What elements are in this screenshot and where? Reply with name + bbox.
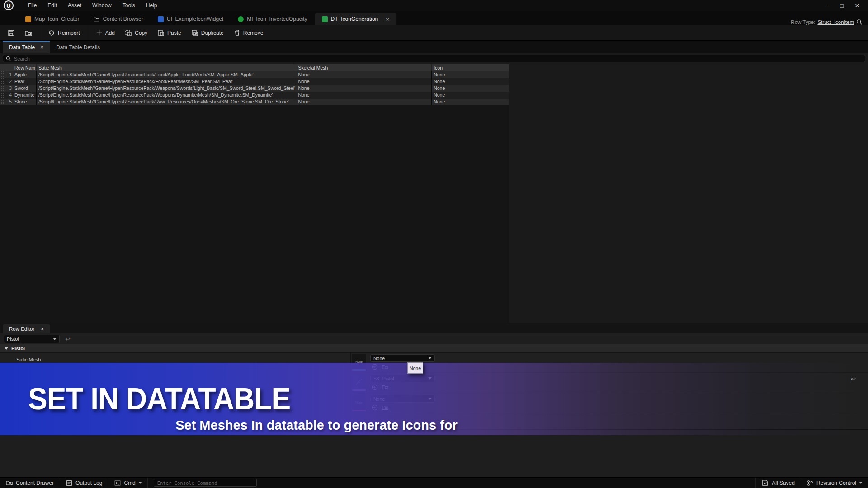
chevron-down-icon (139, 482, 142, 484)
console-command-input[interactable] (154, 479, 257, 487)
menu-help[interactable]: Help (142, 1, 162, 9)
trash-icon (234, 29, 241, 36)
datatable-toolbar: Reimport Add Copy Paste Duplicate Remove (0, 25, 868, 41)
data-table-icon (322, 16, 328, 22)
col-static-mesh[interactable]: Satic Mesh (36, 64, 296, 71)
menu-file[interactable]: File (24, 1, 41, 9)
skeletal-mesh-dropdown[interactable]: SK_Pistol (370, 375, 435, 382)
console-icon (114, 480, 121, 486)
reset-to-default-icon[interactable]: ↩ (851, 375, 856, 382)
save-icon (8, 29, 15, 37)
drag-handle[interactable] (0, 99, 5, 105)
search-icon (6, 56, 11, 61)
tooltip: None (407, 362, 423, 374)
save-button[interactable] (4, 27, 19, 39)
reimport-button[interactable]: Reimport (44, 27, 84, 39)
table-row-sword[interactable]: 3 Sword /Script/Engine.StaticMesh'/Game/… (0, 85, 509, 92)
branch-icon (807, 480, 813, 486)
duplicate-button[interactable]: Duplicate (187, 27, 228, 39)
add-button[interactable]: Add (92, 27, 119, 38)
chevron-down-icon (53, 338, 57, 340)
row-type-link[interactable]: Struct_IconItem (817, 19, 854, 25)
table-row-stone[interactable]: 5 Stone /Script/Engine.StaticMesh'/Game/… (0, 99, 509, 105)
browse-to-asset-button[interactable] (21, 27, 36, 39)
title-bar: U File Edit Asset Window Tools Help – □ … (0, 0, 868, 11)
browse-to-asset-icon[interactable] (382, 364, 388, 370)
asset-tab-strip: Map_Icon_Creator Content Browser UI_Exam… (0, 11, 868, 25)
table-row-dynamite[interactable]: 4 Dynamite /Script/Engine.StaticMesh'/Ga… (0, 92, 509, 99)
tab-mi-icon-inverted-opacity[interactable]: MI_Icon_InvertedOpacity (231, 13, 314, 25)
plus-icon (96, 29, 103, 36)
table-row-apple[interactable]: 1 Apple /Script/Engine.StaticMesh'/Game/… (0, 71, 509, 78)
search-icon[interactable] (856, 19, 863, 25)
use-selected-asset-icon[interactable] (372, 404, 378, 411)
drag-handle[interactable] (0, 85, 5, 92)
chevron-down-icon (859, 482, 862, 484)
row-editor-tab-strip: Row Editor × (0, 323, 868, 333)
property-label: Satic Mesh (16, 357, 41, 362)
tab-data-table[interactable]: Data Table × (3, 41, 50, 53)
table-row-pear[interactable]: 2 Pear /Script/Engine.StaticMesh'/Game/H… (0, 78, 509, 85)
menu-window[interactable]: Window (88, 1, 116, 9)
all-saved-button[interactable]: All Saved (755, 478, 801, 488)
icon-dropdown[interactable]: None (370, 395, 435, 403)
folder-icon (94, 16, 99, 22)
col-row-name[interactable]: Row Nam (14, 64, 36, 71)
pistol-section-header[interactable]: Pistol (0, 344, 868, 353)
property-row-static-mesh: Satic Mesh None None None (0, 353, 868, 373)
tab-data-table-details[interactable]: Data Table Details (50, 42, 106, 53)
revision-control-button[interactable]: Revision Control (801, 478, 868, 488)
table-header-row: Row Nam Satic Mesh Skeletal Mesh Icon (0, 64, 509, 71)
tab-close-icon[interactable]: × (386, 16, 389, 23)
search-bar[interactable] (3, 55, 865, 62)
tab-ui-example-icon-widget[interactable]: UI_ExampleIconWidget (151, 13, 231, 25)
drag-handle[interactable] (0, 92, 5, 99)
browse-to-asset-icon[interactable] (382, 404, 388, 411)
console-command-area (148, 478, 263, 488)
asset-type-underline (352, 369, 366, 371)
expander-arrow-icon (5, 347, 8, 350)
widget-blueprint-icon (158, 16, 164, 22)
use-selected-asset-icon[interactable] (372, 384, 378, 390)
window-close-button[interactable]: ✕ (851, 2, 863, 9)
copy-button[interactable]: Copy (121, 27, 151, 39)
menu-tools[interactable]: Tools (118, 1, 140, 9)
asset-thumbnail[interactable]: None (352, 354, 366, 369)
window-maximize-button[interactable]: □ (835, 2, 848, 9)
menu-asset[interactable]: Asset (63, 1, 86, 9)
asset-thumbnail[interactable]: None (352, 395, 366, 410)
static-mesh-dropdown[interactable]: None (370, 354, 435, 362)
remove-button[interactable]: Remove (230, 27, 268, 38)
output-log-button[interactable]: Output Log (60, 478, 108, 488)
tab-close-icon[interactable]: × (40, 44, 43, 51)
reimport-icon (48, 29, 55, 37)
rename-undo-icon[interactable]: ↩ (65, 335, 71, 343)
copy-icon (125, 29, 132, 37)
drag-handle[interactable] (0, 78, 5, 85)
cmd-selector[interactable]: Cmd (108, 478, 147, 488)
window-minimize-button[interactable]: – (820, 2, 833, 9)
tab-content-browser[interactable]: Content Browser (86, 13, 150, 25)
search-input[interactable] (14, 56, 862, 61)
content-drawer-icon (6, 479, 13, 486)
content-drawer-button[interactable]: Content Drawer (0, 478, 60, 488)
drag-handle[interactable] (0, 71, 5, 78)
asset-thumbnail[interactable] (352, 375, 366, 389)
tab-close-icon[interactable]: × (41, 326, 44, 332)
skeletal-mesh-preview (354, 377, 363, 387)
tab-row-editor[interactable]: Row Editor × (3, 324, 50, 333)
asset-type-underline (352, 389, 366, 391)
doc-tab-strip: Data Table × Data Table Details (0, 41, 868, 53)
menu-edit[interactable]: Edit (43, 1, 61, 9)
property-row-skeletal-mesh: SK_Pistol (0, 373, 868, 393)
browse-to-asset-icon[interactable] (382, 384, 388, 390)
row-editor-property-grid: Satic Mesh None None None SK_Pistol (0, 353, 868, 430)
col-skeletal-mesh[interactable]: Skeletal Mesh (296, 64, 431, 71)
asset-type-underline (352, 410, 366, 411)
col-icon[interactable]: Icon (431, 64, 509, 71)
row-selector-dropdown[interactable]: Pistol (4, 335, 60, 343)
paste-button[interactable]: Paste (153, 27, 185, 39)
tab-dt-icon-generation[interactable]: DT_IconGeneration × (315, 13, 396, 25)
use-selected-asset-icon[interactable] (372, 364, 378, 370)
tab-map-icon-creator[interactable]: Map_Icon_Creator (18, 13, 86, 25)
